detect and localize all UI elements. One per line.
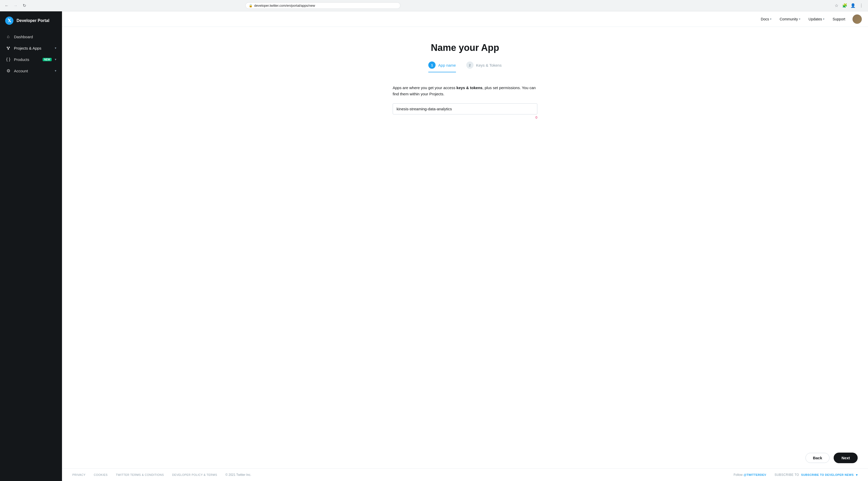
sidebar-label-dashboard: Dashboard [14, 35, 56, 39]
footer-follow-handle[interactable]: @TwitterDev [743, 473, 766, 476]
sidebar-item-dashboard[interactable]: ⌂ Dashboard [3, 31, 59, 42]
updates-chevron-icon: ▾ [823, 18, 824, 21]
footer-follow-label: Follow [734, 473, 743, 477]
products-chevron-icon: ▾ [55, 58, 56, 61]
svg-point-1 [9, 47, 9, 48]
step-circle-1: 1 [428, 62, 436, 69]
footer-subscribe-link[interactable]: Subscribe to Developer News [801, 473, 854, 476]
tab-keys-tokens[interactable]: 2 Keys & Tokens [466, 62, 502, 72]
sidebar-item-projects-apps[interactable]: Projects & Apps ▾ [3, 42, 59, 54]
address-bar[interactable]: 🔒 developer.twitter.com/en/portal/apps/n… [245, 2, 400, 9]
step-tabs: 1 App name 2 Keys & Tokens [428, 62, 501, 72]
sidebar-item-account[interactable]: ⚙ Account ▾ [3, 65, 59, 76]
tab-app-name[interactable]: 1 App name [428, 62, 456, 72]
top-nav: Docs ▾ Community ▾ Updates ▾ Support [62, 11, 868, 27]
step-circle-2: 2 [466, 62, 473, 69]
lock-icon: 🔒 [249, 4, 253, 7]
footer-twitter-terms[interactable]: Twitter Terms & Conditions [116, 473, 164, 476]
bookmark-button[interactable]: ☆ [833, 2, 840, 9]
form-description: Apps are where you get your access keys … [393, 85, 537, 97]
top-nav-docs[interactable]: Docs ▾ [758, 15, 774, 23]
next-button[interactable]: Next [834, 453, 858, 463]
form-area: Apps are where you get your access keys … [393, 85, 537, 119]
footer-actions: Back Next [62, 447, 868, 468]
sidebar-logo[interactable]: 𝕏 Developer Portal [0, 11, 62, 31]
url-text: developer.twitter.com/en/portal/apps/new [254, 4, 315, 7]
footer-follow: Follow @TwitterDev [734, 473, 766, 477]
sidebar-label-products: Products [14, 57, 39, 62]
user-avatar[interactable] [852, 14, 862, 24]
subscribe-chevron-icon[interactable]: ▾ [856, 473, 858, 477]
community-chevron-icon: ▾ [799, 18, 800, 21]
browser-nav-buttons: ← → ↻ [3, 2, 28, 9]
products-new-badge: NEW [43, 58, 52, 61]
main-content: Docs ▾ Community ▾ Updates ▾ Support Nam… [62, 11, 868, 481]
back-button[interactable]: ← [3, 2, 10, 9]
projects-chevron-icon: ▾ [55, 46, 56, 50]
docs-label: Docs [761, 17, 769, 21]
browser-right-actions: ☆ 🧩 👤 ⋮ [833, 2, 865, 9]
account-chevron-icon: ▾ [55, 69, 56, 73]
avatar-image [852, 14, 862, 24]
home-icon: ⌂ [6, 34, 11, 39]
docs-chevron-icon: ▾ [770, 18, 771, 21]
account-icon: ⚙ [6, 68, 11, 73]
top-nav-support[interactable]: Support [830, 15, 848, 23]
footer-copyright: © 2021 Twitter Inc. [225, 473, 251, 477]
sidebar-label-projects-apps: Projects & Apps [14, 46, 52, 51]
app-layout: 𝕏 Developer Portal ⌂ Dashboard Projects … [0, 11, 868, 481]
twitter-logo: 𝕏 [5, 17, 13, 25]
sidebar-item-products[interactable]: { } Products NEW ▾ [3, 54, 59, 65]
back-button[interactable]: Back [805, 453, 830, 463]
extensions-button[interactable]: 🧩 [841, 2, 848, 9]
sidebar-nav: ⌂ Dashboard Projects & Apps ▾ { } Produc… [0, 31, 62, 76]
sidebar-logo-text: Developer Portal [17, 18, 49, 23]
updates-label: Updates [809, 17, 822, 21]
footer-subscribe: Subscribe to Subscribe to Developer News… [774, 473, 858, 477]
footer-subscribe-label: Subscribe to [774, 473, 799, 477]
projects-icon [6, 45, 11, 51]
browser-chrome: ← → ↻ 🔒 developer.twitter.com/en/portal/… [0, 0, 868, 11]
footer-developer-policy[interactable]: Developer Policy & Terms [172, 473, 217, 476]
sidebar-label-account: Account [14, 69, 52, 73]
forward-button[interactable]: → [12, 2, 19, 9]
page-title: Name your App [431, 42, 499, 53]
footer-cookies[interactable]: Cookies [94, 473, 108, 476]
top-nav-community[interactable]: Community ▾ [777, 15, 803, 23]
svg-point-0 [7, 47, 8, 48]
reload-button[interactable]: ↻ [21, 2, 28, 9]
step-label-app-name: App name [438, 63, 456, 67]
profile-button[interactable]: 👤 [849, 2, 857, 9]
top-nav-updates[interactable]: Updates ▾ [805, 15, 828, 23]
sidebar: 𝕏 Developer Portal ⌂ Dashboard Projects … [0, 11, 62, 481]
svg-line-4 [8, 48, 9, 49]
support-label: Support [833, 17, 845, 21]
description-bold: keys & tokens [457, 86, 483, 90]
app-name-input[interactable] [393, 103, 537, 115]
svg-line-3 [7, 48, 8, 49]
svg-point-2 [8, 49, 9, 50]
community-label: Community [780, 17, 798, 21]
char-count: 0 [393, 116, 537, 119]
step-label-keys-tokens: Keys & Tokens [476, 63, 502, 67]
description-text-1: Apps are where you get your access [393, 86, 457, 90]
menu-button[interactable]: ⋮ [858, 2, 865, 9]
products-icon: { } [6, 57, 11, 62]
page-content: Name your App 1 App name 2 Keys & Tokens [62, 27, 868, 447]
site-footer: Privacy Cookies Twitter Terms & Conditio… [62, 468, 868, 481]
footer-privacy[interactable]: Privacy [72, 473, 86, 476]
